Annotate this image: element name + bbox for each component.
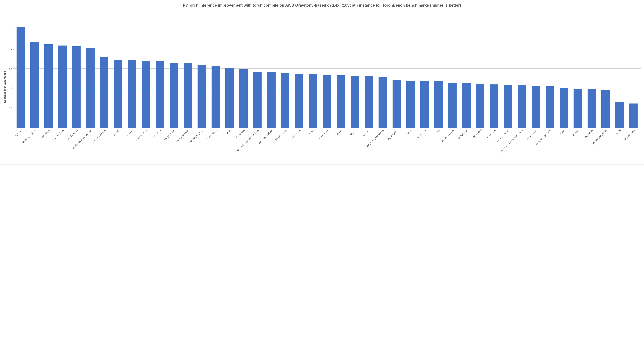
chart-container: PyTorch inference improvement with torch… [0,0,644,165]
x-tick-cell: shufflenet_v2_x1_0 [195,128,208,164]
x-tick-label: hf_Bart [350,129,357,136]
bar-cell [278,9,292,128]
bar-cell [153,9,167,128]
bar [392,80,401,128]
bar-cell [390,9,404,128]
x-tick-label: timm_nfnet [486,129,496,139]
x-axis: hf_GPT2mobilenet_v3_largemnasnet1_0hf_GP… [7,128,641,164]
x-tick-cell: hf_Reformer [459,128,473,164]
bar [128,60,136,128]
x-tick-cell: hf_GPT2 [14,128,28,164]
bar-cell [515,9,529,128]
bar-cell [626,9,640,128]
bar-cell [181,9,195,128]
bar [490,84,498,128]
bar [518,85,526,128]
chart-body: Speedup over Eager mode 00.511.522.53 hf… [3,9,641,164]
x-tick-cell: hf_BigBird [473,128,487,164]
bar [267,72,276,128]
bar-cell [222,9,236,128]
x-tick-cell: hf_GPT2_large [56,128,69,164]
x-tick-cell: pytorch_CycleGAN_and_pix2pix [515,128,529,164]
x-tick-label: alexnet [336,129,343,136]
bar-cell [501,9,515,128]
bar [532,86,540,128]
x-axis-labels: hf_GPT2mobilenet_v3_largemnasnet1_0hf_GP… [13,128,641,164]
x-tick-cell: timm_efficientnet [181,128,195,164]
bar [378,77,387,128]
x-tick-label: vgg16 [225,129,232,135]
x-tick-cell: alexnet [334,128,348,164]
x-tick-cell: hf_Albert [125,128,139,164]
y-tick-label: 2.5 [9,28,12,30]
x-tick-label: demucs [572,129,580,136]
bar [142,61,150,128]
bar-cell [598,9,612,128]
x-tick-cell: timm_vision_transformer_large [250,128,264,164]
y-tick-label: 0.5 [9,107,12,110]
bar-cell [571,9,584,128]
bar [615,102,624,128]
bar-cell [459,9,473,128]
x-tick-cell: hf_Bert [306,128,320,164]
bar-cell [612,9,626,128]
x-tick-cell: pytorch_unet [418,128,432,164]
bar [72,46,81,128]
bar [170,62,178,128]
bar [184,62,192,128]
x-tick-cell: soft_actor_critic [626,128,640,164]
bar [574,89,582,128]
x-tick-cell: tts_angular [585,128,598,164]
x-tick-cell: demucs [571,128,584,164]
y-tick-label: 1 [11,87,12,90]
x-tick-label: dcgan [406,129,412,135]
bar [629,104,638,128]
x-tick-label: hf_T5 [616,129,621,135]
bar [30,42,39,128]
bar-cell [250,9,264,128]
bar [323,75,331,128]
x-tick-cell: mobilenet_v3_large [28,128,42,164]
bar-cell [557,9,571,128]
chart-title: PyTorch inference improvement with torch… [3,3,641,8]
x-tick-cell: phlippe_resnet [167,128,181,164]
bar-cell [125,9,139,128]
bar [114,60,122,128]
x-tick-cell: densenet121 [209,128,222,164]
bar-cell [446,9,459,128]
x-tick-cell: pytorch_stargan [446,128,459,164]
bar [546,86,554,128]
bar [86,48,94,128]
bar-cell [42,9,56,128]
bar-cell [56,9,69,128]
bar-cell [418,9,432,128]
y-axis-label: Speedup over Eager mode [4,71,6,103]
bar-cell [362,9,376,128]
bar-cell [209,9,222,128]
bar [309,74,317,128]
x-tick-cell: timm_vision_transformer [376,128,390,164]
bar-cell [320,9,334,128]
bar-cell [334,9,348,128]
bar-cell [404,9,418,128]
plot-area [13,9,641,128]
y-axis: 00.511.522.53 [7,9,13,128]
x-tick-cell: functorch_dp_cifar10 [598,128,612,164]
bar-cell [264,9,278,128]
bar-cell [111,9,125,128]
y-axis-label-wrap: Speedup over Eager mode [3,9,7,164]
bar-cell [70,9,83,128]
bar-cell [236,9,250,128]
x-tick-cell: timm_regnet [320,128,334,164]
reference-line [13,88,641,88]
x-tick-label: yolov3 [559,129,566,135]
bar-cell [139,9,153,128]
y-tick-label: 1.5 [9,67,12,70]
bar [560,88,568,128]
bar [588,89,596,128]
bar-cell [529,9,543,128]
bar-cell [97,9,111,128]
bar [212,66,220,128]
bar [226,68,234,128]
bar-cell [348,9,362,128]
